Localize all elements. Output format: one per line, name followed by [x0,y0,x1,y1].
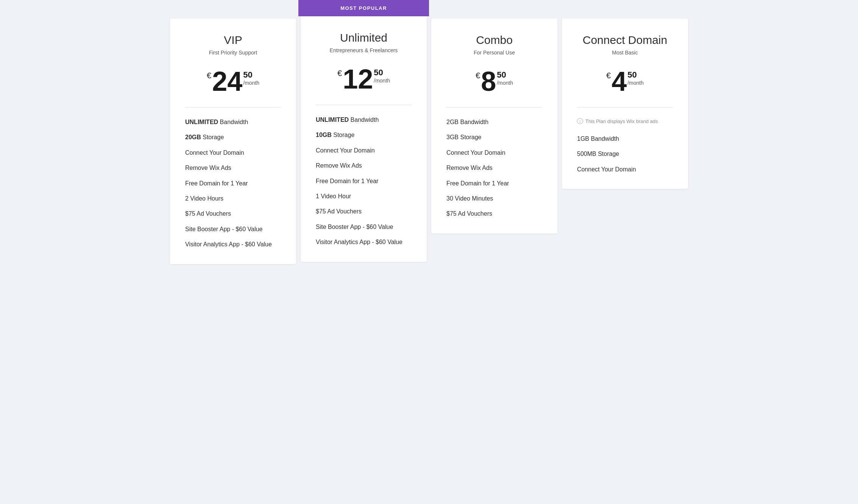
feature-item: 30 Video Minutes [446,194,542,203]
plan-wrapper-unlimited: MOST POPULARUnlimitedEntrepreneurs & Fre… [298,0,429,262]
feature-list: 2GB Bandwidth3GB StorageConnect Your Dom… [446,118,542,218]
plan-card-connect-domain: Connect DomainMost Basic€450/monthiThis … [562,19,688,189]
plan-name: Connect Domain [577,34,673,47]
feature-list: UNLIMITED Bandwidth20GB StorageConnect Y… [185,118,281,249]
feature-item: UNLIMITED Bandwidth [316,116,412,124]
price-right: 50/month [497,70,513,86]
plan-wrapper-connect-domain: Connect DomainMost Basic€450/monthiThis … [560,0,690,189]
price-currency: € [337,68,342,78]
feature-item: 2GB Bandwidth [446,118,542,126]
feature-item: 1GB Bandwidth [577,135,673,143]
price-block: €850/month [446,68,542,95]
divider [316,105,412,105]
plan-card-combo: ComboFor Personal Use€850/month2GB Bandw… [431,19,557,233]
feature-item: Remove Wix Ads [185,164,281,172]
price-block: €450/month [577,68,673,95]
feature-item: Site Booster App - $60 Value [185,225,281,233]
pricing-container: VIPFirst Priority Support€2450/monthUNLI… [160,0,698,264]
divider [446,107,542,107]
feature-bold: 10GB [316,132,332,138]
price-currency: € [207,71,211,81]
price-period: /month [374,78,390,84]
price-block: €1250/month [316,65,412,93]
plan-subtitle: Entrepreneurs & Freelancers [316,47,412,53]
plan-name: Unlimited [316,31,412,44]
feature-item: Connect Your Domain [577,165,673,174]
feature-item: Visitor Analytics App - $60 Value [185,240,281,249]
feature-list: 1GB Bandwidth500MB StorageConnect Your D… [577,135,673,174]
feature-item: Remove Wix Ads [316,162,412,170]
price-right: 50/month [243,70,259,86]
feature-item: Free Domain for 1 Year [316,177,412,185]
price-period: /month [497,80,513,86]
feature-item: 500MB Storage [577,150,673,158]
feature-item: Site Booster App - $60 Value [316,223,412,231]
divider [185,107,281,107]
plan-subtitle: For Personal Use [446,50,542,56]
price-block: €2450/month [185,68,281,95]
divider [577,107,673,107]
plan-subtitle: Most Basic [577,50,673,56]
plan-spacer [429,0,560,19]
price-main: 12 [343,65,373,93]
feature-list: UNLIMITED Bandwidth10GB StorageConnect Y… [316,116,412,247]
feature-item: 1 Video Hour [316,192,412,201]
plan-wrapper-combo: ComboFor Personal Use€850/month2GB Bandw… [429,0,560,233]
wix-ads-notice: iThis Plan displays Wix brand ads [577,118,673,124]
most-popular-badge: MOST POPULAR [298,0,429,16]
feature-item: $75 Ad Vouchers [185,210,281,218]
price-right: 50/month [627,70,644,86]
price-period: /month [627,80,644,86]
feature-item: 2 Video Hours [185,194,281,203]
feature-item: Free Domain for 1 Year [446,179,542,188]
feature-item: UNLIMITED Bandwidth [185,118,281,126]
feature-item: $75 Ad Vouchers [446,210,542,218]
price-right: 50/month [374,68,390,84]
price-period: /month [243,80,259,86]
feature-item: Connect Your Domain [446,149,542,157]
info-icon: i [577,118,583,124]
price-main: 24 [212,68,242,95]
plan-name: VIP [185,34,281,47]
feature-item: Connect Your Domain [316,146,412,155]
feature-item: 3GB Storage [446,133,542,142]
feature-item: Free Domain for 1 Year [185,179,281,188]
price-main: 4 [612,68,627,95]
price-currency: € [606,71,611,81]
feature-item: 10GB Storage [316,131,412,139]
plan-card-unlimited: UnlimitedEntrepreneurs & Freelancers€125… [301,16,427,262]
feature-item: Connect Your Domain [185,149,281,157]
plan-spacer [560,0,690,19]
plan-card-vip: VIPFirst Priority Support€2450/monthUNLI… [170,19,296,264]
feature-bold: UNLIMITED [185,119,218,125]
feature-item: Remove Wix Ads [446,164,542,172]
price-cents: 50 [243,70,252,80]
plan-spacer [168,0,298,19]
price-cents: 50 [627,70,636,80]
feature-item: Visitor Analytics App - $60 Value [316,238,412,246]
feature-bold: 20GB [185,134,201,140]
price-cents: 50 [497,70,506,80]
plan-name: Combo [446,34,542,47]
price-cents: 50 [374,68,383,78]
price-main: 8 [481,68,496,95]
feature-item: 20GB Storage [185,133,281,142]
plan-subtitle: First Priority Support [185,50,281,56]
plan-wrapper-vip: VIPFirst Priority Support€2450/monthUNLI… [168,0,298,264]
wix-ads-text: This Plan displays Wix brand ads [585,118,658,124]
feature-bold: UNLIMITED [316,117,349,123]
feature-item: $75 Ad Vouchers [316,207,412,216]
price-currency: € [476,71,480,81]
